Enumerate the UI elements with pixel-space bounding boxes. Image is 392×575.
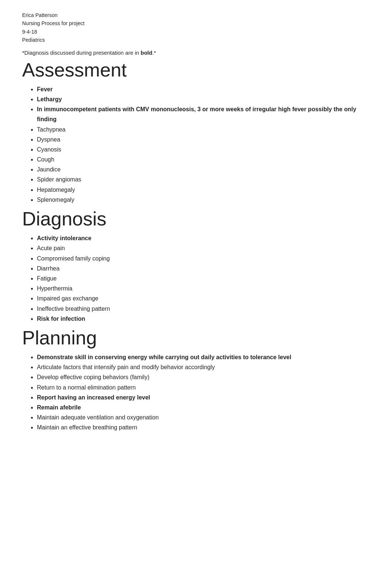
list-item: Lethargy xyxy=(37,94,370,104)
list-item: Maintain an effective breathing pattern xyxy=(37,422,370,432)
list-item: Remain afebrile xyxy=(37,402,370,412)
list-2: Demonstrate skill in conserving energy w… xyxy=(22,352,370,433)
section-title-0: Assessment xyxy=(22,59,370,81)
list-item: Risk for infection xyxy=(37,314,370,324)
list-item: Ineffective breathing pattern xyxy=(37,304,370,314)
list-0: FeverLethargyIn immunocompetent patients… xyxy=(22,84,370,205)
section-planning: PlanningDemonstrate skill in conserving … xyxy=(22,327,370,433)
list-item: Fatigue xyxy=(37,273,370,283)
intro-note: *Diagnosis discussed during presentation… xyxy=(22,50,370,56)
list-item: Hyperthermia xyxy=(37,283,370,293)
list-item: Dyspnea xyxy=(37,135,370,144)
list-item: Fever xyxy=(37,84,370,94)
list-item: Jaundice xyxy=(37,164,370,174)
list-item: Tachypnea xyxy=(37,125,370,135)
list-item: Demonstrate skill in conserving energy w… xyxy=(37,352,370,362)
section-title-1: Diagnosis xyxy=(22,208,370,229)
section-title-2: Planning xyxy=(22,327,370,348)
list-item: Report having an increased energy level xyxy=(37,392,370,402)
list-item: Maintain adequate ventilation and oxygen… xyxy=(37,412,370,422)
list-item: Articulate factors that intensify pain a… xyxy=(37,362,370,372)
list-item: In immunocompetent patients with CMV mon… xyxy=(37,104,370,124)
department: Pediatrics xyxy=(22,36,370,44)
date: 9-4-18 xyxy=(22,28,370,36)
list-item: Cyanosis xyxy=(37,144,370,154)
list-1: Activity intoleranceAcute painCompromise… xyxy=(22,233,370,324)
sections-container: AssessmentFeverLethargyIn immunocompeten… xyxy=(22,59,370,433)
section-assessment: AssessmentFeverLethargyIn immunocompeten… xyxy=(22,59,370,205)
header-block: Erica Patterson Nursing Process for proj… xyxy=(22,11,370,44)
list-item: Spider angiomas xyxy=(37,174,370,184)
list-item: Acute pain xyxy=(37,243,370,253)
course-name: Nursing Process for project xyxy=(22,19,370,27)
list-item: Impaired gas exchange xyxy=(37,293,370,303)
author-name: Erica Patterson xyxy=(22,11,370,19)
list-item: Activity intolerance xyxy=(37,233,370,243)
list-item: Splenomegaly xyxy=(37,195,370,205)
list-item: Return to a normal elimination pattern xyxy=(37,382,370,392)
list-item: Develop effective coping behaviors (fami… xyxy=(37,372,370,382)
list-item: Compromised family coping xyxy=(37,254,370,263)
list-item: Diarrhea xyxy=(37,263,370,273)
section-diagnosis: DiagnosisActivity intoleranceAcute painC… xyxy=(22,208,370,324)
list-item: Hepatomegaly xyxy=(37,185,370,195)
list-item: Cough xyxy=(37,154,370,164)
